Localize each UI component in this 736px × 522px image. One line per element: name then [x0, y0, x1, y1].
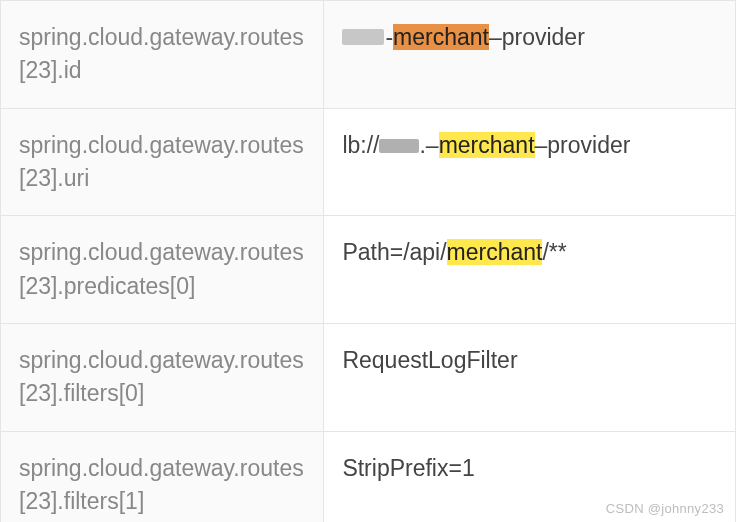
- redacted-icon: [379, 139, 419, 153]
- config-value: Path=/api/merchant/**: [324, 216, 736, 324]
- watermark: CSDN @johnny233: [606, 501, 724, 516]
- value-pre: -: [385, 24, 393, 50]
- value-prefix: Path=/api/: [342, 239, 446, 265]
- config-key: spring.cloud.gateway.routes[23].filters[…: [1, 324, 324, 432]
- config-value: lb://.–merchant–provider: [324, 108, 736, 216]
- config-table: spring.cloud.gateway.routes[23].id -merc…: [0, 0, 736, 522]
- config-value: RequestLogFilter: [324, 324, 736, 432]
- value-post: –provider: [535, 132, 631, 158]
- redacted-icon: [342, 29, 384, 45]
- value-post: –provider: [489, 24, 585, 50]
- value-pre: .–: [419, 132, 438, 158]
- table-row: spring.cloud.gateway.routes[23].id -merc…: [1, 1, 736, 109]
- table-row: spring.cloud.gateway.routes[23].filters[…: [1, 324, 736, 432]
- config-key: spring.cloud.gateway.routes[23].predicat…: [1, 216, 324, 324]
- highlight: merchant: [447, 239, 543, 265]
- highlight: merchant: [439, 132, 535, 158]
- value-prefix: lb://: [342, 132, 379, 158]
- config-key: spring.cloud.gateway.routes[23].id: [1, 1, 324, 109]
- highlight: merchant: [393, 24, 489, 50]
- config-key: spring.cloud.gateway.routes[23].filters[…: [1, 431, 324, 522]
- config-key: spring.cloud.gateway.routes[23].uri: [1, 108, 324, 216]
- value-post: /**: [542, 239, 566, 265]
- table-row: spring.cloud.gateway.routes[23].predicat…: [1, 216, 736, 324]
- table-row: spring.cloud.gateway.routes[23].uri lb:/…: [1, 108, 736, 216]
- config-value: -merchant–provider: [324, 1, 736, 109]
